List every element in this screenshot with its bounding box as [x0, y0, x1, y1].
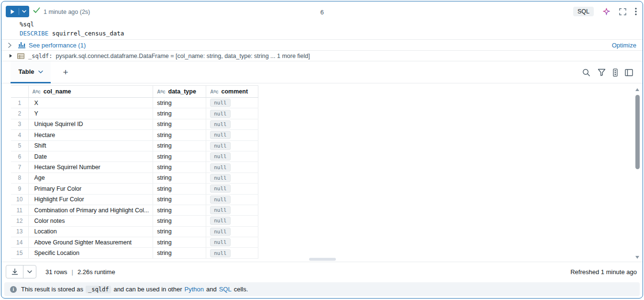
cell-comment[interactable]: null — [206, 194, 258, 205]
cell-data-type[interactable]: string — [153, 226, 206, 237]
cell-col-name[interactable]: Location — [28, 226, 153, 237]
row-number[interactable]: 9 — [11, 184, 28, 194]
row-number[interactable]: 14 — [11, 237, 28, 248]
cell-col-name[interactable]: Highlight Fur Color — [28, 194, 153, 205]
vertical-scrollbar[interactable] — [634, 88, 640, 259]
cell-col-name[interactable]: Primary Fur Color — [28, 184, 153, 194]
column-header-col-name[interactable]: Aᴮccol_name — [28, 86, 153, 98]
cell-comment[interactable]: null — [206, 108, 258, 119]
cell-data-type[interactable]: string — [153, 205, 206, 215]
table-row[interactable]: 10 Highlight Fur Color string null — [11, 194, 258, 205]
cell-comment[interactable]: null — [206, 162, 258, 173]
cell-data-type[interactable]: string — [153, 151, 206, 162]
cell-col-name[interactable]: Unique Squirrel ID — [28, 119, 153, 129]
row-number[interactable]: 11 — [11, 205, 28, 215]
table-row[interactable]: 3 Unique Squirrel ID string null — [11, 119, 258, 129]
row-number[interactable]: 7 — [11, 162, 28, 173]
row-number[interactable]: 13 — [11, 226, 28, 237]
cell-comment[interactable]: null — [206, 130, 258, 140]
table-row[interactable]: 9 Primary Fur Color string null — [11, 184, 258, 194]
scroll-up-arrow[interactable] — [635, 88, 639, 91]
row-number[interactable]: 10 — [11, 194, 28, 205]
row-number[interactable]: 6 — [11, 151, 28, 162]
row-number[interactable]: 5 — [11, 140, 28, 151]
cell-col-name[interactable]: Above Ground Sighter Measurement — [28, 237, 153, 248]
cell-comment[interactable]: null — [206, 98, 258, 108]
row-number[interactable]: 12 — [11, 216, 28, 226]
cell-col-name[interactable]: Hectare Squirrel Number — [28, 162, 153, 173]
column-header-data-type[interactable]: Aᴮcdata_type — [153, 86, 206, 98]
cell-col-name[interactable]: Combination of Primary and Highlight Col… — [28, 205, 153, 215]
expand-icon[interactable] — [619, 8, 626, 15]
scroll-down-arrow[interactable] — [635, 256, 639, 259]
add-visualization-button[interactable]: + — [58, 65, 73, 80]
tab-table[interactable]: Table — [11, 61, 51, 83]
side-panel-icon[interactable] — [625, 69, 633, 76]
run-options-chevron[interactable] — [19, 10, 29, 13]
code-editor[interactable]: %sql DESCRIBE squirrel_census_data — [1, 20, 643, 39]
table-row[interactable]: 7 Hectare Squirrel Number string null — [11, 162, 258, 173]
horizontal-scrollbar-thumb[interactable] — [309, 258, 336, 261]
cell-col-name[interactable]: Age — [28, 173, 153, 183]
optimize-link[interactable]: Optimize — [612, 42, 636, 49]
row-number[interactable]: 3 — [11, 119, 28, 129]
assistant-sparkle-icon[interactable] — [602, 8, 611, 16]
cell-comment[interactable]: null — [206, 216, 258, 226]
run-button[interactable] — [6, 6, 29, 17]
expander-triangle-icon[interactable] — [9, 54, 12, 58]
download-icon[interactable] — [6, 265, 23, 278]
cell-data-type[interactable]: string — [153, 130, 206, 140]
column-header-comment[interactable]: Aᴮccomment — [206, 86, 258, 98]
cell-data-type[interactable]: string — [153, 248, 206, 258]
cell-comment[interactable]: null — [206, 173, 258, 183]
row-number[interactable]: 8 — [11, 173, 28, 183]
table-row[interactable]: 12 Color notes string null — [11, 216, 258, 226]
search-icon[interactable] — [582, 69, 590, 77]
play-icon[interactable] — [6, 9, 19, 14]
python-link[interactable]: Python — [185, 286, 204, 293]
cell-data-type[interactable]: string — [153, 184, 206, 194]
cell-col-name[interactable]: Date — [28, 151, 153, 162]
table-row[interactable]: 13 Location string null — [11, 226, 258, 237]
table-row[interactable]: 8 Age string null — [11, 173, 258, 183]
cell-data-type[interactable]: string — [153, 162, 206, 173]
cell-comment[interactable]: null — [206, 184, 258, 194]
cell-comment[interactable]: null — [206, 226, 258, 237]
cell-col-name[interactable]: Color notes — [28, 216, 153, 226]
cell-comment[interactable]: null — [206, 151, 258, 162]
download-options-chevron[interactable] — [23, 265, 36, 278]
table-row[interactable]: 5 Shift string null — [11, 140, 258, 151]
cell-data-type[interactable]: string — [153, 216, 206, 226]
cell-data-type[interactable]: string — [153, 108, 206, 119]
table-row[interactable]: 14 Above Ground Sighter Measurement stri… — [11, 237, 258, 248]
cell-data-type[interactable]: string — [153, 237, 206, 248]
sql-link[interactable]: SQL — [219, 286, 232, 293]
cell-col-name[interactable]: Specific Location — [28, 248, 153, 258]
cell-comment[interactable]: null — [206, 248, 258, 258]
chevron-right-icon[interactable] — [8, 43, 11, 48]
table-row[interactable]: 1 X string null — [11, 98, 258, 108]
cell-col-name[interactable]: Y — [28, 108, 153, 119]
cell-comment[interactable]: null — [206, 237, 258, 248]
cell-col-name[interactable]: Shift — [28, 140, 153, 151]
cell-data-type[interactable]: string — [153, 173, 206, 183]
cell-comment[interactable]: null — [206, 205, 258, 215]
language-badge[interactable]: SQL — [573, 7, 594, 16]
table-row[interactable]: 4 Hectare string null — [11, 130, 258, 140]
cell-comment[interactable]: null — [206, 119, 258, 129]
scrollbar-thumb[interactable] — [635, 95, 640, 169]
row-number[interactable]: 1 — [11, 98, 28, 108]
cell-data-type[interactable]: string — [153, 194, 206, 205]
cell-data-type[interactable]: string — [153, 119, 206, 129]
row-number[interactable]: 15 — [11, 248, 28, 258]
cell-comment[interactable]: null — [206, 140, 258, 151]
filter-icon[interactable] — [598, 69, 606, 76]
data-profile-icon[interactable] — [613, 69, 618, 77]
cell-col-name[interactable]: Hectare — [28, 130, 153, 140]
cell-data-type[interactable]: string — [153, 140, 206, 151]
cell-data-type[interactable]: string — [153, 98, 206, 108]
kebab-menu-icon[interactable] — [635, 8, 637, 15]
table-row[interactable]: 15 Specific Location string null — [11, 248, 258, 258]
table-row[interactable]: 11 Combination of Primary and Highlight … — [11, 205, 258, 215]
row-number[interactable]: 4 — [11, 130, 28, 140]
